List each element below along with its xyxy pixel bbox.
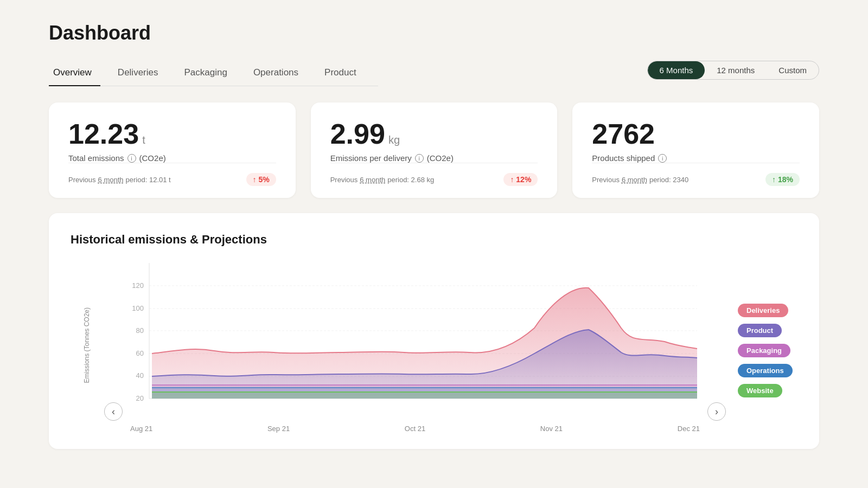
metric-unit-emissions: t	[142, 134, 145, 146]
x-label-nov: Nov 21	[540, 425, 563, 433]
prev-period-per-delivery: Previous 6 month period: 2.68 kg	[330, 176, 435, 184]
metric-value-per-delivery: 2.99	[330, 120, 385, 148]
legend-website[interactable]: Website	[738, 384, 797, 397]
x-label-dec: Dec 21	[678, 425, 700, 433]
prev-period-emissions: Previous 6 month period: 12.01 t	[68, 176, 171, 184]
x-label-aug: Aug 21	[130, 425, 152, 433]
tab-deliveries[interactable]: Deliveries	[113, 63, 167, 86]
prev-period-products: Previous 6 month period: 2340	[592, 176, 688, 184]
legend-label-operations[interactable]: Operations	[738, 364, 793, 377]
metric-label-products: Products shipped i	[592, 153, 800, 163]
time-btn-6months[interactable]: 6 Months	[648, 61, 705, 79]
svg-text:100: 100	[132, 304, 144, 312]
time-btn-custom[interactable]: Custom	[767, 61, 819, 79]
change-badge-per-delivery: ↑ 12%	[503, 173, 538, 186]
x-label-sep: Sep 21	[267, 425, 290, 433]
legend-operations[interactable]: Operations	[738, 364, 797, 377]
chart-prev-btn[interactable]: ‹	[104, 402, 123, 421]
metric-label-per-delivery: Emissions per delivery i (CO2e)	[330, 153, 538, 163]
page-title: Dashboard	[49, 22, 819, 44]
legend-label-deliveries[interactable]: Deliveries	[738, 304, 788, 317]
website-area	[152, 392, 697, 399]
info-icon-per-delivery[interactable]: i	[415, 154, 424, 163]
svg-text:120: 120	[132, 281, 144, 290]
svg-text:60: 60	[136, 349, 144, 357]
svg-text:40: 40	[136, 371, 144, 380]
chart-card: Historical emissions & Projections Emiss…	[49, 213, 819, 449]
metrics-row: 12.23 t Total emissions i (CO2e) Previou…	[49, 102, 819, 198]
legend-label-product[interactable]: Product	[738, 324, 782, 337]
page-container: Dashboard Overview Deliveries Packaging …	[0, 0, 868, 471]
metric-value-emissions: 12.23	[68, 120, 139, 148]
metric-footer-per-delivery: Previous 6 month period: 2.68 kg ↑ 12%	[330, 163, 538, 186]
tab-product[interactable]: Product	[320, 63, 365, 86]
metric-card-emissions: 12.23 t Total emissions i (CO2e) Previou…	[49, 102, 296, 198]
svg-text:20: 20	[136, 394, 144, 402]
change-badge-emissions: ↑ 5%	[246, 173, 276, 186]
nav-tabs: Overview Deliveries Packaging Operations…	[49, 63, 378, 86]
chart-title: Historical emissions & Projections	[71, 233, 797, 247]
legend-deliveries[interactable]: Deliveries	[738, 304, 797, 317]
metric-footer-emissions: Previous 6 month period: 12.01 t ↑ 5%	[68, 163, 276, 186]
time-btn-12months[interactable]: 12 months	[705, 61, 767, 79]
info-icon-products[interactable]: i	[658, 154, 667, 163]
metric-label-emissions: Total emissions i (CO2e)	[68, 153, 276, 163]
time-filter: 6 Months 12 months Custom	[647, 61, 819, 80]
metric-footer-products: Previous 6 month period: 2340 ↑ 18%	[592, 163, 800, 186]
metric-value-products: 2762	[592, 120, 655, 148]
legend-label-website[interactable]: Website	[738, 384, 782, 397]
metric-unit-per-delivery: kg	[388, 134, 400, 146]
x-label-oct: Oct 21	[405, 425, 425, 433]
chart-svg: 120 100 80 60 40 20	[103, 258, 727, 420]
legend-product[interactable]: Product	[738, 324, 797, 337]
tab-overview[interactable]: Overview	[49, 63, 100, 86]
svg-text:80: 80	[136, 326, 144, 335]
metric-card-products: 2762 Products shipped i Previous 6 month…	[572, 102, 819, 198]
legend-label-packaging[interactable]: Packaging	[738, 344, 790, 357]
metric-card-per-delivery: 2.99 kg Emissions per delivery i (CO2e) …	[311, 102, 558, 198]
change-badge-products: ↑ 18%	[765, 173, 800, 186]
info-icon-emissions[interactable]: i	[127, 154, 136, 163]
chart-next-btn[interactable]: ›	[707, 402, 726, 421]
y-axis-label: Emissions (Tonnes CO2e)	[83, 307, 91, 383]
legend-packaging[interactable]: Packaging	[738, 344, 797, 357]
tab-operations[interactable]: Operations	[249, 63, 307, 86]
tab-packaging[interactable]: Packaging	[180, 63, 236, 86]
